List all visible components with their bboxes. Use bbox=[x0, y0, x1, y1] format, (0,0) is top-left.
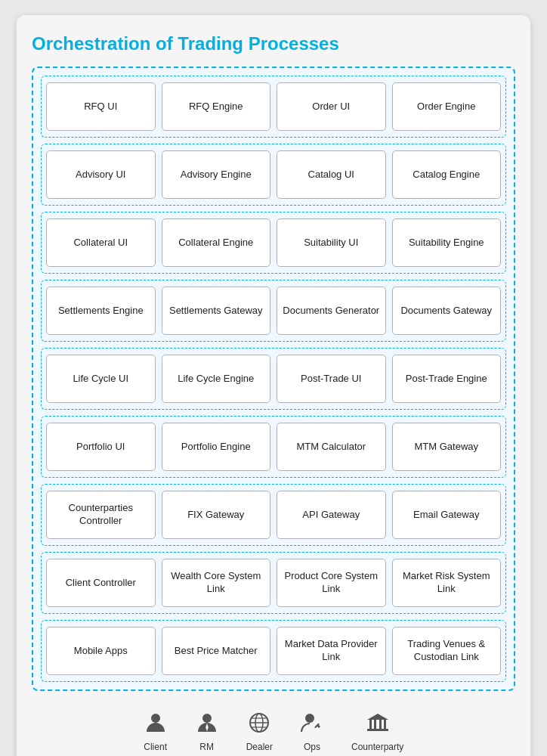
svg-point-8 bbox=[305, 714, 314, 723]
cell-8-3[interactable]: Trading Venues & Custodian Link bbox=[392, 627, 502, 675]
cell-0-0[interactable]: RFQ UI bbox=[46, 82, 156, 131]
grid-row-6: Counterparties ControllerFIX GatewayAPI … bbox=[46, 491, 501, 539]
page-title: Orchestration of Trading Processes bbox=[32, 33, 515, 54]
cell-5-2[interactable]: MTM Calculator bbox=[277, 423, 386, 471]
footer-item-ops[interactable]: Ops bbox=[300, 711, 324, 752]
row-group-8: Mobile AppsBest Price MatcherMarket Data… bbox=[41, 620, 506, 682]
row-group-0: RFQ UIRFQ EngineOrder UIOrder Engine bbox=[41, 76, 506, 138]
cell-7-0[interactable]: Client Controller bbox=[46, 559, 156, 607]
cell-2-0[interactable]: Collateral UI bbox=[46, 218, 156, 267]
row-group-6: Counterparties ControllerFIX GatewayAPI … bbox=[41, 484, 506, 546]
bank-icon bbox=[366, 711, 390, 739]
cell-2-1[interactable]: Collateral Engine bbox=[162, 218, 271, 267]
svg-rect-11 bbox=[369, 720, 372, 729]
svg-marker-10 bbox=[367, 714, 388, 720]
cell-5-0[interactable]: Portfolio UI bbox=[46, 423, 156, 471]
cell-6-2[interactable]: API Gateway bbox=[277, 491, 386, 539]
svg-rect-13 bbox=[379, 720, 382, 729]
grid-row-5: Portfolio UIPortfolio EngineMTM Calculat… bbox=[46, 423, 501, 471]
globe-icon bbox=[247, 711, 271, 739]
cell-2-2[interactable]: Suitability UI bbox=[277, 218, 386, 267]
cell-8-1[interactable]: Best Price Matcher bbox=[162, 627, 271, 675]
svg-point-1 bbox=[202, 714, 212, 723]
cell-4-3[interactable]: Post-Trade Engine bbox=[392, 355, 502, 403]
cell-3-3[interactable]: Documents Gateway bbox=[392, 287, 502, 335]
cell-1-2[interactable]: Catalog UI bbox=[277, 150, 386, 199]
cell-6-3[interactable]: Email Gateway bbox=[392, 491, 502, 539]
footer-label-counterparty: Counterparty bbox=[351, 742, 403, 752]
footer-label-ops: Ops bbox=[304, 742, 320, 752]
footer-item-client[interactable]: Client bbox=[144, 711, 168, 752]
person-edit-icon bbox=[300, 711, 324, 739]
cell-2-3[interactable]: Suitability Engine bbox=[392, 218, 502, 267]
cell-0-2[interactable]: Order UI bbox=[277, 82, 386, 131]
cell-4-0[interactable]: Life Cycle UI bbox=[46, 355, 156, 403]
grid-row-7: Client ControllerWealth Core System Link… bbox=[46, 559, 501, 607]
grid-row-3: Settlements EngineSettlements GatewayDoc… bbox=[46, 287, 501, 335]
grid-outer: RFQ UIRFQ EngineOrder UIOrder EngineAdvi… bbox=[32, 67, 515, 691]
footer-item-counterparty[interactable]: Counterparty bbox=[351, 711, 403, 752]
cell-8-0[interactable]: Mobile Apps bbox=[46, 627, 156, 675]
row-group-3: Settlements EngineSettlements GatewayDoc… bbox=[41, 280, 506, 342]
cell-3-1[interactable]: Settlements Gateway bbox=[162, 287, 271, 335]
footer-label-client: Client bbox=[144, 742, 167, 752]
grid-row-2: Collateral UICollateral EngineSuitabilit… bbox=[46, 218, 501, 267]
cell-7-2[interactable]: Product Core System Link bbox=[277, 559, 386, 607]
cell-3-0[interactable]: Settlements Engine bbox=[46, 287, 156, 335]
footer: ClientRMDealerOpsCounterparty bbox=[32, 705, 515, 752]
cell-0-3[interactable]: Order Engine bbox=[392, 82, 502, 131]
grid-row-8: Mobile AppsBest Price MatcherMarket Data… bbox=[46, 627, 501, 675]
grid-row-1: Advisory UIAdvisory EngineCatalog UICata… bbox=[46, 150, 501, 199]
svg-rect-14 bbox=[384, 720, 386, 729]
main-page: Orchestration of Trading Processes RFQ U… bbox=[17, 15, 530, 756]
row-group-4: Life Cycle UILife Cycle EnginePost-Trade… bbox=[41, 348, 506, 410]
cell-6-1[interactable]: FIX Gateway bbox=[162, 491, 271, 539]
footer-label-dealer: Dealer bbox=[246, 742, 273, 752]
svg-rect-15 bbox=[367, 729, 388, 731]
cell-1-3[interactable]: Catalog Engine bbox=[392, 150, 502, 199]
cell-5-3[interactable]: MTM Gateway bbox=[392, 423, 502, 471]
cell-7-1[interactable]: Wealth Core System Link bbox=[162, 559, 271, 607]
row-group-1: Advisory UIAdvisory EngineCatalog UICata… bbox=[41, 144, 506, 206]
footer-label-rm: RM bbox=[199, 742, 214, 752]
cell-6-0[interactable]: Counterparties Controller bbox=[46, 491, 156, 539]
footer-item-rm[interactable]: RM bbox=[195, 711, 219, 752]
cell-8-2[interactable]: Market Data Provider Link bbox=[277, 627, 386, 675]
cell-4-1[interactable]: Life Cycle Engine bbox=[162, 355, 271, 403]
person-tie-icon bbox=[195, 711, 219, 739]
cell-3-2[interactable]: Documents Generator bbox=[277, 287, 386, 335]
grid-row-0: RFQ UIRFQ EngineOrder UIOrder Engine bbox=[46, 82, 501, 131]
grid-row-4: Life Cycle UILife Cycle EnginePost-Trade… bbox=[46, 355, 501, 403]
cell-7-3[interactable]: Market Risk System Link bbox=[392, 559, 502, 607]
cell-5-1[interactable]: Portfolio Engine bbox=[162, 423, 271, 471]
row-group-7: Client ControllerWealth Core System Link… bbox=[41, 552, 506, 614]
person-icon bbox=[144, 711, 168, 739]
cell-1-0[interactable]: Advisory UI bbox=[46, 150, 156, 199]
svg-rect-12 bbox=[374, 720, 376, 729]
cell-4-2[interactable]: Post-Trade UI bbox=[277, 355, 386, 403]
cell-1-1[interactable]: Advisory Engine bbox=[162, 150, 271, 199]
row-group-5: Portfolio UIPortfolio EngineMTM Calculat… bbox=[41, 416, 506, 478]
row-group-2: Collateral UICollateral EngineSuitabilit… bbox=[41, 212, 506, 274]
svg-point-0 bbox=[151, 714, 160, 723]
cell-0-1[interactable]: RFQ Engine bbox=[162, 82, 271, 131]
footer-item-dealer[interactable]: Dealer bbox=[246, 711, 273, 752]
